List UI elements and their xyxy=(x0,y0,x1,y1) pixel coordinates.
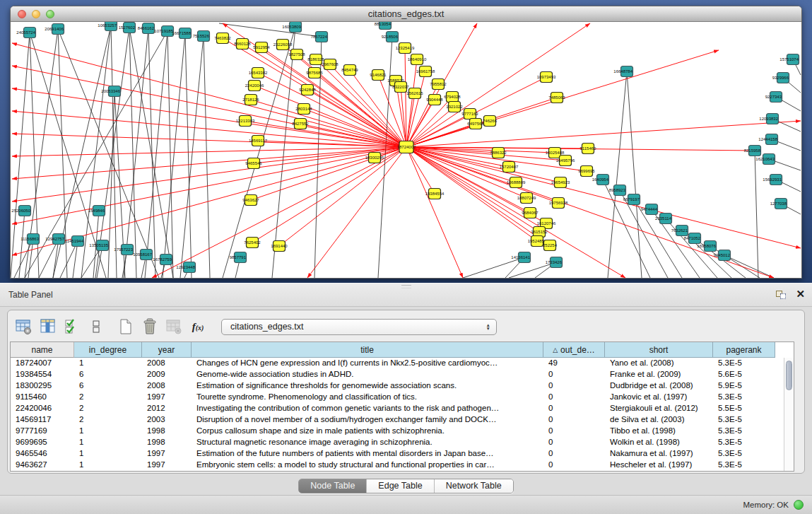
table-cell[interactable]: 5.5E-5 xyxy=(713,403,775,414)
graph-node[interactable]: 11156863 xyxy=(20,234,39,245)
table-cell[interactable]: 0 xyxy=(543,448,605,460)
graph-node[interactable]: 2803144 xyxy=(295,104,312,115)
table-cell[interactable]: 2 xyxy=(74,403,142,414)
table-cell[interactable]: 1 xyxy=(74,358,142,369)
tab-node-table[interactable]: Node Table xyxy=(299,479,367,493)
graph-node[interactable]: 20691406 xyxy=(45,24,64,35)
graph-node[interactable]: 1921022 xyxy=(446,102,463,112)
table-cell[interactable]: Embryonic stem cells: a model to study s… xyxy=(192,460,543,471)
graph-node[interactable]: 2718126 xyxy=(242,95,259,105)
graph-node[interactable]: 10653257 xyxy=(98,22,117,31)
graph-node[interactable]: 19654923 xyxy=(551,177,570,188)
table-row[interactable]: 1456911722003Disruption of a novel membe… xyxy=(11,414,794,426)
graph-node[interactable]: 8454749 xyxy=(341,65,358,76)
graph-node[interactable]: 7632621 xyxy=(671,226,688,236)
table-row[interactable]: 911546021997Tourette syndrome. Phenomeno… xyxy=(11,392,794,403)
tab-edge-table[interactable]: Edge Table xyxy=(367,479,434,493)
graph-node[interactable]: 9904448 xyxy=(426,95,443,105)
graph-node[interactable]: 9218506 xyxy=(382,32,399,42)
graph-node[interactable]: 13505135 xyxy=(89,240,108,251)
table-cell[interactable]: 1997 xyxy=(142,448,192,460)
graph-node[interactable]: 2967608 xyxy=(322,59,339,70)
graph-node[interactable]: 9242848 xyxy=(299,85,316,95)
row-height-button[interactable] xyxy=(86,316,107,337)
graph-node[interactable]: 9329966 xyxy=(772,73,789,83)
table-cell[interactable]: 2012 xyxy=(142,403,192,414)
table-cell[interactable]: 0 xyxy=(543,426,605,437)
graph-node[interactable]: 9245012 xyxy=(714,250,731,261)
graph-node[interactable]: 22420046 xyxy=(245,81,264,91)
graph-node[interactable]: 7857224 xyxy=(311,32,328,42)
tab-network-table[interactable]: Network Table xyxy=(435,479,513,493)
graph-node[interactable]: 9857791 xyxy=(230,252,247,263)
table-cell[interactable]: 0 xyxy=(543,437,605,448)
table-cell[interactable]: Nakamura et al. (1997) xyxy=(605,448,713,460)
table-row[interactable]: 977716911998Corpus callosum shape and si… xyxy=(11,426,794,437)
graph-node[interactable]: 20053346 xyxy=(101,86,120,97)
graph-node[interactable]: 16961758 xyxy=(416,66,435,77)
table-cell[interactable]: Jankovic et al. (1997) xyxy=(605,392,713,403)
graph-node[interactable]: 8958923 xyxy=(609,185,626,196)
graph-node[interactable]: 1640954 xyxy=(592,175,609,185)
table-cell[interactable]: 6 xyxy=(74,369,142,380)
graph-node[interactable]: 16648784 xyxy=(613,66,632,77)
graph-node[interactable]: 7625402 xyxy=(244,238,261,248)
graph-node[interactable]: 19756928 xyxy=(549,198,568,209)
graph-node[interactable]: 16671588 xyxy=(172,28,191,39)
table-cell[interactable]: Tourette syndrome. Phenomenology and cla… xyxy=(192,392,543,403)
table-cell[interactable]: 2008 xyxy=(142,358,192,369)
graph-node[interactable]: 10719185 xyxy=(154,26,173,37)
graph-node[interactable]: 14569117 xyxy=(249,136,268,146)
table-cell[interactable]: 9465546 xyxy=(11,448,74,460)
table-cell[interactable]: 0 xyxy=(543,460,605,471)
graph-node[interactable]: 7485063 xyxy=(548,93,565,103)
table-cell[interactable]: 1 xyxy=(74,448,142,460)
table-cell[interactable]: 1 xyxy=(74,426,142,437)
graph-node[interactable]: 9463627 xyxy=(242,195,259,206)
graph-node[interactable]: 9115460 xyxy=(580,144,597,154)
graph-node[interactable]: 8660128 xyxy=(234,39,251,49)
column-header-year[interactable]: year xyxy=(142,342,192,358)
table-cell[interactable]: Genome-wide association studies in ADHD. xyxy=(192,369,543,380)
table-cell[interactable]: 9777169 xyxy=(11,426,74,437)
graph-node[interactable]: 23226058 xyxy=(273,40,293,50)
table-cell[interactable]: 18724007 xyxy=(11,358,74,369)
table-cell[interactable]: 1997 xyxy=(142,460,192,471)
table-cell[interactable]: Estimation of the future numbers of pati… xyxy=(192,448,543,460)
graph-node[interactable]: 16782759 xyxy=(153,255,172,265)
graph-node[interactable]: 1277038 xyxy=(770,199,787,209)
column-header-out_de[interactable]: △out_de… xyxy=(543,342,605,358)
new-table-button[interactable] xyxy=(115,316,136,337)
graph-node[interactable]: 5912954 xyxy=(253,42,270,53)
table-settings-button[interactable] xyxy=(13,316,35,337)
graph-node[interactable]: 252254 xyxy=(543,240,558,251)
graph-node[interactable]: 9465546 xyxy=(245,158,262,169)
table-cell[interactable]: 1 xyxy=(74,437,142,448)
table-cell[interactable]: Tibbo et al. (1998) xyxy=(605,426,713,437)
delete-rows-button[interactable] xyxy=(139,316,160,337)
graph-node[interactable]: 7515526 xyxy=(193,31,210,42)
graph-node[interactable]: 12942757 xyxy=(45,234,64,245)
column-header-name[interactable]: name xyxy=(11,342,74,358)
table-cell[interactable]: 0 xyxy=(543,414,605,426)
table-cell[interactable]: 19384554 xyxy=(11,369,74,380)
graph-node[interactable]: 2935114 xyxy=(655,214,672,224)
graph-node[interactable]: 16053809 xyxy=(282,22,301,33)
table-cell[interactable]: 14569117 xyxy=(11,414,74,426)
graph-node[interactable]: 11451944 xyxy=(65,236,84,247)
table-cell[interactable]: 0 xyxy=(543,403,605,414)
graph-node[interactable]: 12213383 xyxy=(236,116,255,127)
graph-node[interactable]: 1691440 xyxy=(271,241,288,252)
graph-node[interactable]: 9146821 xyxy=(370,70,387,81)
table-cell[interactable]: Dudbridge et al. (2008) xyxy=(605,380,713,392)
graph-node[interactable]: 18724007 xyxy=(397,141,416,153)
graph-node[interactable]: 10688809 xyxy=(507,177,526,188)
graph-node[interactable]: 8813054 xyxy=(375,22,392,30)
table-row[interactable]: 2242004622012Investigating the contribut… xyxy=(11,403,794,414)
graph-node[interactable]: 6794028 xyxy=(444,92,461,103)
graph-node[interactable]: 7463822 xyxy=(214,33,231,44)
graph-node[interactable]: 1527602 xyxy=(119,23,136,33)
graph-node[interactable]: 1549846 xyxy=(88,206,105,216)
close-panel-icon[interactable]: ✕ xyxy=(796,288,805,300)
graph-node[interactable]: 746266 xyxy=(483,116,498,127)
